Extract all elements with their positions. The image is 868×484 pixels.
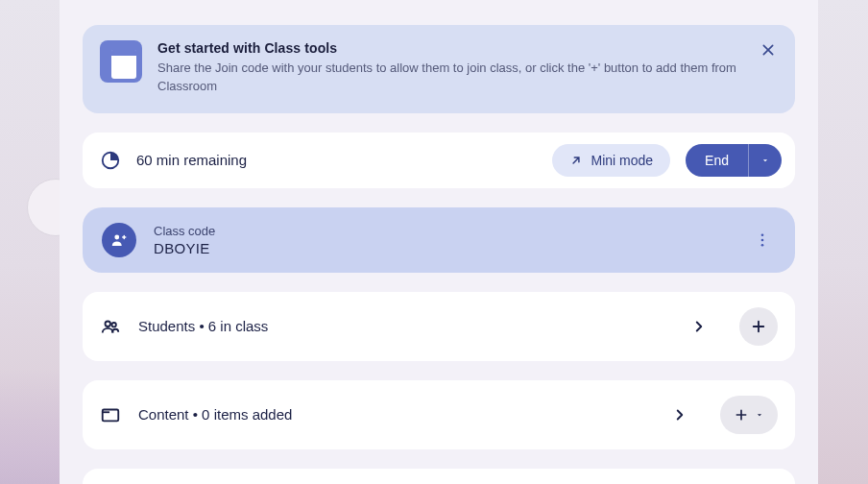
time-remaining-label: 60 min remaining [136,152,537,168]
add-content-button[interactable] [720,396,778,434]
mini-mode-label: Mini mode [591,153,653,168]
mini-mode-button[interactable]: Mini mode [552,144,670,177]
students-label: Students • 6 in class [138,318,668,334]
students-expand-button[interactable] [686,313,712,340]
plus-icon [750,318,767,335]
add-student-button[interactable] [739,307,778,346]
class-code-text: Class code DBOYIE [154,224,732,256]
getting-started-banner: Get started with Class tools Share the J… [83,25,795,113]
document-icon [100,40,142,83]
svg-rect-7 [103,409,119,421]
session-timer-card: 60 min remaining Mini mode End [83,133,795,188]
svg-point-6 [111,323,115,327]
expand-icon [569,154,583,167]
class-code-label: Class code [154,224,732,238]
timer-icon [100,150,121,171]
people-icon [100,316,121,337]
banner-title: Get started with Class tools [157,40,751,56]
content-label: Content • 0 items added [138,406,649,423]
chevron-right-icon [690,318,708,335]
captions-header: Teacher captions • off [83,469,795,484]
more-vert-icon [754,231,771,249]
content-expand-button[interactable] [666,401,693,428]
close-banner-button[interactable] [755,36,782,63]
class-code-more-button[interactable] [749,227,776,254]
banner-description: Share the Join code with your students t… [157,60,751,96]
svg-point-2 [761,233,764,236]
class-code-card: Class code DBOYIE [83,207,795,273]
end-button[interactable]: End [686,144,748,177]
chevron-right-icon [671,406,688,424]
svg-point-1 [114,234,119,239]
person-share-icon [102,223,136,257]
class-tools-panel: Get started with Class tools Share the J… [60,0,818,484]
caret-down-icon [755,410,764,420]
class-code-value: DBOYIE [154,240,732,256]
content-row: Content • 0 items added [83,380,795,449]
end-button-label: End [705,153,729,168]
banner-text: Get started with Class tools Share the J… [157,40,778,96]
background-shape [0,369,60,484]
students-row: Students • 6 in class [83,292,795,361]
svg-point-3 [761,238,764,241]
close-icon [760,42,776,58]
plus-icon [734,407,749,423]
teacher-captions-card: Teacher captions • off Show on this scre… [83,469,795,484]
folder-icon [100,404,121,425]
caret-down-icon [760,156,770,165]
end-dropdown-button[interactable] [748,144,782,177]
svg-point-4 [761,244,764,247]
svg-point-5 [106,321,111,327]
end-session-group: End [686,144,782,177]
